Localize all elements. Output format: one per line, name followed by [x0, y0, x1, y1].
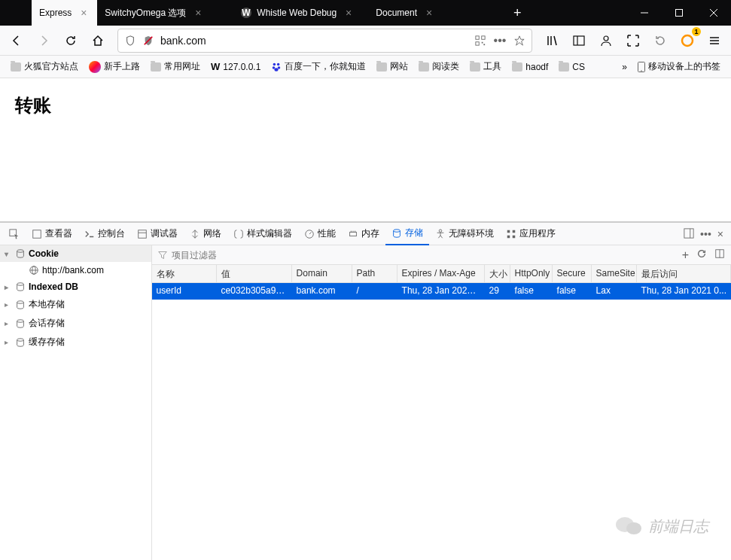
column-httponly[interactable]: HttpOnly	[510, 265, 553, 282]
devtools-picker[interactable]	[3, 223, 26, 245]
undo-button[interactable]	[648, 29, 672, 53]
column-path[interactable]: Path	[352, 265, 397, 282]
cell-lastaccess: Thu, 28 Jan 2021 0...	[637, 283, 731, 300]
devtools-tab-debugger[interactable]: 调试器	[131, 223, 184, 245]
url-input[interactable]	[157, 35, 471, 47]
table-header: 名称 值 Domain Path Expires / Max-Age 大小 Ht…	[152, 265, 731, 283]
close-icon[interactable]: ×	[343, 7, 355, 19]
bookmark-haodf[interactable]: haodf	[507, 59, 553, 75]
column-expires[interactable]: Expires / Max-Age	[397, 265, 485, 282]
devtools-tab-memory[interactable]: 内存	[342, 223, 385, 245]
filter-bar: +	[152, 245, 731, 265]
bookmark-reading[interactable]: 阅读类	[414, 57, 464, 76]
bookmark-localhost[interactable]: W127.0.0.1	[206, 58, 265, 75]
devtools-tab-inspector[interactable]: 查看器	[26, 223, 78, 245]
maximize-button[interactable]	[662, 0, 696, 26]
minimize-button[interactable]	[627, 0, 662, 26]
bookmark-getting-started[interactable]: 新手上路	[84, 57, 145, 76]
bookmark-sites[interactable]: 网站	[372, 57, 413, 76]
devtools-tab-accessibility[interactable]: 无障碍环境	[429, 223, 500, 245]
svg-point-28	[641, 70, 642, 72]
bookmark-baidu[interactable]: 百度一下，你就知道	[267, 57, 370, 76]
close-icon[interactable]: ×	[78, 7, 90, 19]
sidebar-button[interactable]	[567, 29, 591, 53]
navigation-toolbar: •••	[0, 26, 731, 56]
account-button[interactable]	[594, 29, 618, 53]
svg-rect-3	[676, 10, 683, 17]
chevron-right-icon: ▸	[5, 319, 12, 327]
devtools-tab-storage[interactable]: 存储	[385, 223, 429, 245]
devtools-tab-style[interactable]: 样式编辑器	[227, 223, 298, 245]
page-content: 转账	[0, 78, 731, 221]
filter-input[interactable]	[172, 250, 682, 260]
bookmark-mobile[interactable]: 移动设备上的书签	[633, 57, 725, 76]
refresh-button[interactable]	[696, 248, 707, 262]
bookmark-tools[interactable]: 工具	[465, 57, 506, 76]
library-button[interactable]	[540, 29, 564, 53]
devtools-dock-button[interactable]	[684, 228, 694, 240]
reload-button[interactable]	[59, 29, 83, 53]
tree-item-sessionstorage[interactable]: ▸会话存储	[0, 314, 151, 333]
bookmark-firefox-official[interactable]: 火狐官方站点	[6, 57, 83, 76]
page-actions-icon[interactable]: •••	[491, 32, 509, 50]
tree-item-localstorage[interactable]: ▸本地存储	[0, 295, 151, 314]
tab-document[interactable]: Document ×	[368, 0, 504, 26]
menu-button[interactable]	[702, 29, 726, 53]
close-window-button[interactable]	[696, 0, 731, 26]
new-tab-button[interactable]: +	[504, 0, 531, 26]
devtools-tab-network[interactable]: 网络	[184, 223, 227, 245]
column-lastaccess[interactable]: 最后访问	[637, 265, 731, 282]
tab-express[interactable]: Express ×	[32, 0, 97, 26]
column-samesite[interactable]: SameSite	[592, 265, 637, 282]
folder-icon	[559, 62, 569, 72]
close-icon[interactable]: ×	[423, 7, 435, 19]
svg-point-26	[275, 68, 279, 71]
svg-rect-44	[513, 235, 516, 238]
page-heading: 转账	[15, 93, 716, 117]
bookmark-cs[interactable]: CS	[554, 59, 589, 75]
table-row[interactable]: userId ce032b305a9b... bank.com / Thu, 2…	[152, 283, 731, 300]
extension-button[interactable]	[675, 29, 699, 53]
bookmark-star-icon[interactable]	[510, 32, 528, 50]
tree-item-indexeddb[interactable]: ▸Indexed DB	[0, 278, 151, 295]
column-value[interactable]: 值	[217, 265, 292, 282]
devtools-tab-application[interactable]: 应用程序	[500, 223, 562, 245]
filter-icon	[158, 251, 167, 260]
devtools-tab-console[interactable]: 控制台	[78, 223, 131, 245]
column-secure[interactable]: Secure	[553, 265, 592, 282]
cell-expires: Thu, 28 Jan 2021 0...	[397, 283, 485, 300]
devtools-more-button[interactable]: •••	[700, 228, 711, 240]
globe-icon	[29, 265, 39, 275]
tab-whistle[interactable]: W Whistle Web Debug ×	[233, 0, 368, 26]
svg-text:W: W	[242, 8, 251, 18]
svg-point-53	[17, 319, 24, 322]
tab-switchyomega[interactable]: SwitchyOmega 选项 ×	[97, 0, 233, 26]
forward-button[interactable]	[32, 29, 56, 53]
add-button[interactable]: +	[682, 248, 689, 262]
column-size[interactable]: 大小	[485, 265, 510, 282]
delete-button[interactable]	[714, 248, 725, 262]
column-name[interactable]: 名称	[152, 265, 217, 282]
column-domain[interactable]: Domain	[292, 265, 352, 282]
devtools-tab-performance[interactable]: 性能	[298, 223, 342, 245]
svg-point-39	[394, 229, 401, 232]
svg-point-52	[17, 300, 24, 303]
tree-item-bank-com[interactable]: http://bank.com	[0, 262, 151, 278]
svg-rect-7	[476, 35, 479, 38]
shield-icon[interactable]	[121, 32, 139, 50]
tree-item-cookie[interactable]: ▾Cookie	[0, 245, 151, 262]
bookmark-common-sites[interactable]: 常用网址	[146, 57, 205, 76]
tree-item-cachestorage[interactable]: ▸缓存存储	[0, 333, 151, 352]
qr-icon[interactable]	[471, 32, 489, 50]
devtools-close-button[interactable]: ×	[717, 228, 723, 240]
cell-path: /	[352, 283, 397, 300]
cell-domain: bank.com	[292, 283, 352, 300]
screenshot-button[interactable]	[621, 29, 645, 53]
tracking-protection-icon[interactable]	[139, 32, 157, 50]
close-icon[interactable]: ×	[192, 7, 204, 19]
svg-rect-41	[507, 230, 510, 233]
bookmarks-overflow-button[interactable]: »	[617, 59, 632, 75]
home-button[interactable]	[86, 29, 110, 53]
url-bar[interactable]: •••	[117, 29, 532, 53]
back-button[interactable]	[5, 29, 29, 53]
